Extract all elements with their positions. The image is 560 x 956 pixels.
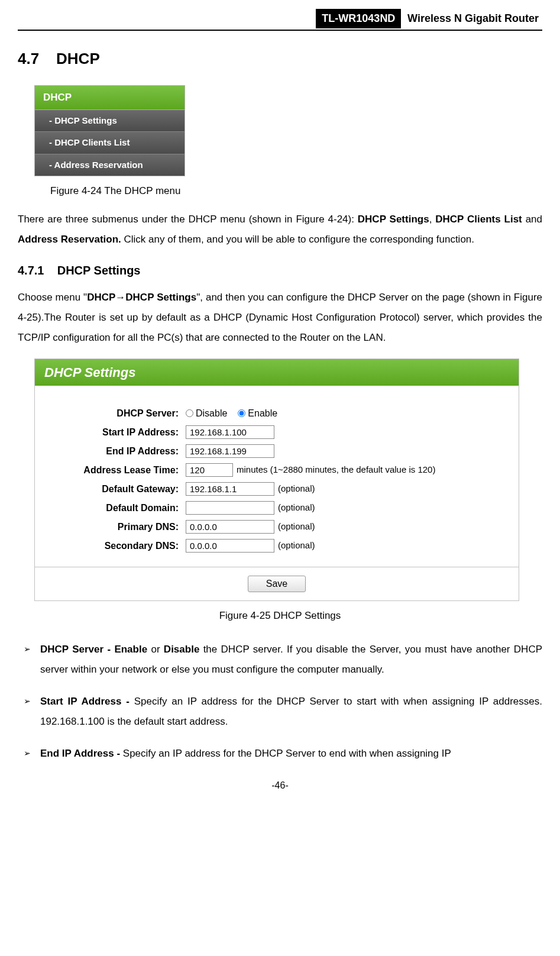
panel-body: DHCP Server: Disable Enable Start IP Add…: [35, 386, 519, 567]
menu-path: DHCP→DHCP Settings: [87, 292, 196, 303]
label-dhcp-server: DHCP Server:: [50, 406, 186, 421]
bold-text: Disable: [164, 644, 199, 655]
list-item: End IP Address - Specify an IP address f…: [18, 744, 542, 764]
radio-disable-wrap[interactable]: Disable: [186, 406, 227, 421]
lease-hint: minutes (1~2880 minutes, the default val…: [237, 463, 435, 477]
bold-text: End IP Address -: [40, 748, 123, 759]
bold-text: Start IP Address -: [40, 696, 134, 707]
bold-text: Address Reservation.: [18, 234, 121, 245]
definition-list: DHCP Server - Enable or Disable the DHCP…: [18, 640, 542, 764]
dhcp-settings-panel-figure: DHCP Settings DHCP Server: Disable Enabl…: [34, 358, 519, 601]
row-dhcp-server: DHCP Server: Disable Enable: [50, 406, 504, 421]
subsection-heading: 4.7.1 DHCP Settings: [18, 261, 542, 279]
text: ,: [429, 214, 436, 225]
row-gateway: Default Gateway: (optional): [50, 482, 504, 496]
radio-disable-label: Disable: [196, 406, 227, 421]
text: ", and then you can configure the DHCP S…: [196, 292, 514, 303]
page-number: -46-: [18, 779, 542, 793]
input-end-ip[interactable]: [186, 444, 274, 458]
text: and: [522, 214, 542, 225]
label-end-ip: End IP Address:: [50, 444, 186, 458]
bold-text: DHCP Clients List: [435, 214, 522, 225]
label-secondary-dns: Secondary DNS:: [50, 539, 186, 553]
header-model: TL-WR1043ND: [316, 9, 401, 28]
label-domain: Default Domain:: [50, 501, 186, 515]
input-lease-time[interactable]: [186, 463, 233, 477]
row-secondary-dns: Secondary DNS: (optional): [50, 539, 504, 553]
radio-enable-label: Enable: [248, 406, 277, 421]
figure-ref: Figure 4-24: [296, 214, 348, 225]
bold-text: DHCP Server - Enable: [40, 644, 147, 655]
page-header: TL-WR1043ND Wireless N Gigabit Router: [18, 9, 542, 31]
subsection-paragraph: Choose menu "DHCP→DHCP Settings", and th…: [18, 288, 542, 348]
input-domain[interactable]: [186, 501, 274, 515]
list-item: Start IP Address - Specify an IP address…: [18, 692, 542, 732]
section-number: 4.7: [18, 50, 39, 67]
optional-hint: (optional): [278, 520, 315, 534]
sidemenu-item-dhcp-settings: - DHCP Settings: [35, 110, 184, 133]
section-title: DHCP: [56, 50, 100, 67]
row-domain: Default Domain: (optional): [50, 501, 504, 515]
input-start-ip[interactable]: [186, 425, 274, 439]
panel-footer: Save: [35, 567, 519, 600]
optional-hint: (optional): [278, 482, 315, 496]
save-button[interactable]: Save: [248, 576, 306, 592]
list-item: DHCP Server - Enable or Disable the DHCP…: [18, 640, 542, 680]
sidemenu-header: DHCP: [35, 86, 184, 110]
radio-enable-wrap[interactable]: Enable: [238, 406, 277, 421]
subsection-number: 4.7.1: [18, 264, 44, 277]
sidemenu-item-address-reservation: - Address Reservation: [35, 154, 184, 176]
figure-4-24-caption: Figure 4-24 The DHCP menu: [50, 183, 542, 199]
text: ).The Router is set up by default as a D…: [18, 312, 542, 343]
row-lease-time: Address Lease Time: minutes (1~2880 minu…: [50, 463, 504, 477]
text: Click any of them, and you will be able …: [121, 234, 474, 245]
label-lease-time: Address Lease Time:: [50, 463, 186, 477]
text: Choose menu ": [18, 292, 87, 303]
input-primary-dns[interactable]: [186, 520, 274, 534]
panel-title: DHCP Settings: [35, 359, 519, 386]
intro-paragraph: There are three submenus under the DHCP …: [18, 209, 542, 250]
bold-text: DHCP Settings: [358, 214, 429, 225]
radio-enable[interactable]: [238, 409, 245, 417]
text: or: [147, 644, 164, 655]
figure-4-25-caption: Figure 4-25 DHCP Settings: [18, 608, 542, 624]
subsection-title: DHCP Settings: [57, 264, 141, 277]
text: There are three submenus under the DHCP …: [18, 214, 296, 225]
optional-hint: (optional): [278, 501, 315, 515]
row-end-ip: End IP Address:: [50, 444, 504, 458]
input-gateway[interactable]: [186, 482, 274, 496]
header-product: Wireless N Gigabit Router: [404, 9, 542, 28]
row-start-ip: Start IP Address:: [50, 425, 504, 440]
input-secondary-dns[interactable]: [186, 539, 274, 553]
label-primary-dns: Primary DNS:: [50, 520, 186, 534]
label-gateway: Default Gateway:: [50, 482, 186, 496]
row-primary-dns: Primary DNS: (optional): [50, 520, 504, 534]
label-start-ip: Start IP Address:: [50, 425, 186, 440]
text: ):: [348, 214, 358, 225]
optional-hint: (optional): [278, 539, 315, 553]
section-heading: 4.7 DHCP: [18, 47, 542, 70]
dhcp-sidemenu-figure: DHCP - DHCP Settings - DHCP Clients List…: [34, 85, 185, 176]
text: Specify an IP address for the DHCP Serve…: [123, 748, 451, 759]
sidemenu-item-dhcp-clients: - DHCP Clients List: [35, 132, 184, 154]
radio-disable[interactable]: [186, 409, 193, 417]
